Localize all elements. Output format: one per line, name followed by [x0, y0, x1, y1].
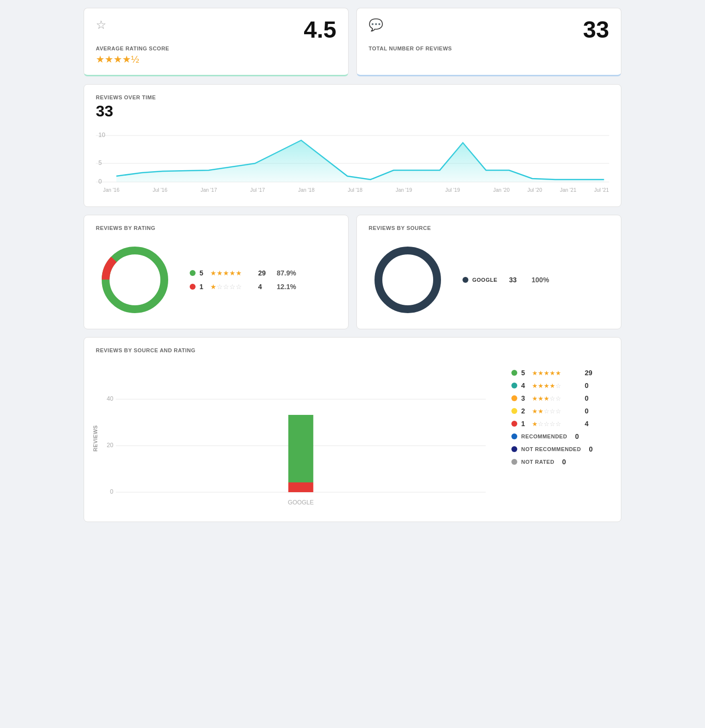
bar-legend-stars-4: ★★★★☆ [532, 382, 581, 389]
bar-legend-dot-5 [511, 370, 517, 376]
avg-rating-card: ☆ 4.5 AVERAGE RATING SCORE ★★★★½ [84, 8, 349, 76]
source-donut-svg [369, 241, 447, 319]
legend-pct-5: 87.9% [277, 269, 296, 277]
legend-count-5: 29 [258, 269, 273, 277]
svg-rect-27 [288, 415, 313, 482]
bar-legend-3: 3 ★★★☆☆ 0 [511, 394, 609, 402]
bar-legend-dot-4 [511, 383, 517, 388]
bar-legend: 5 ★★★★★ 29 4 ★★★★☆ 0 3 ★★★☆☆ 0 [511, 365, 609, 466]
bar-legend-stars-3: ★★★☆☆ [532, 395, 581, 402]
bar-legend-stars-1: ★☆☆☆☆ [532, 420, 581, 428]
bar-legend-count-3: 0 [585, 394, 589, 402]
svg-text:Jul '19: Jul '19 [445, 187, 460, 193]
legend-pct-google: 100% [531, 276, 549, 284]
svg-text:Jul '16: Jul '16 [153, 187, 167, 193]
source-legend-item-google: GOOGLE 33 100% [463, 276, 609, 284]
reviews-over-time-count: 33 [96, 102, 609, 120]
legend-stars-1: ★☆☆☆☆ [210, 283, 254, 291]
comment-icon: 💬 [369, 18, 383, 32]
bar-legend-count-1: 4 [585, 420, 589, 428]
svg-rect-28 [288, 482, 313, 492]
bar-legend-dot-3 [511, 395, 517, 401]
rating-legend: 5 ★★★★★ 29 87.9% 1 ★☆☆☆☆ 4 12.1% [190, 269, 336, 291]
legend-star-num-5: 5 [199, 269, 206, 277]
reviews-over-time-title: REVIEWS OVER TIME [96, 94, 609, 100]
avg-rating-value: 4.5 [304, 18, 336, 42]
bar-legend-not-rated: NOT RATED 0 [511, 458, 609, 466]
svg-text:20: 20 [107, 442, 113, 449]
svg-text:Jan '16: Jan '16 [103, 187, 120, 193]
avg-rating-stars: ★★★★½ [96, 53, 336, 65]
legend-star-num-1: 1 [199, 283, 206, 291]
bar-legend-dot-recommended [511, 433, 517, 439]
svg-text:0: 0 [98, 178, 102, 185]
reviews-by-source-card: REVIEWS BY SOURCE GOOGLE 33 100% [356, 215, 621, 329]
bar-legend-4: 4 ★★★★☆ 0 [511, 382, 609, 389]
svg-text:Jan '21: Jan '21 [560, 187, 576, 193]
legend-dot-google [463, 277, 468, 283]
rating-legend-item-1: 1 ★☆☆☆☆ 4 12.1% [190, 283, 336, 291]
bar-legend-dot-1 [511, 421, 517, 427]
legend-count-google: 33 [509, 276, 524, 284]
svg-text:Jul '20: Jul '20 [528, 187, 542, 193]
svg-point-18 [106, 250, 164, 309]
bar-legend-recommended: RECOMMENDED 0 [511, 432, 609, 440]
bar-legend-count-not-recommended: 0 [589, 445, 593, 453]
donut-source-content: GOOGLE 33 100% [369, 241, 609, 319]
bar-legend-count-2: 0 [585, 407, 589, 415]
bar-legend-starnum-5: 5 [521, 369, 528, 377]
svg-text:5: 5 [98, 159, 102, 166]
bar-legend-dot-2 [511, 408, 517, 414]
top-stats-row: ☆ 4.5 AVERAGE RATING SCORE ★★★★½ 💬 33 TO… [84, 8, 621, 76]
svg-text:Jan '17: Jan '17 [200, 187, 217, 193]
svg-text:10: 10 [98, 132, 105, 138]
donut-rating-content: 5 ★★★★★ 29 87.9% 1 ★☆☆☆☆ 4 12.1% [96, 241, 336, 319]
bar-legend-starnum-1: 1 [521, 420, 528, 428]
svg-text:Jul '17: Jul '17 [250, 187, 265, 193]
bar-legend-starnum-2: 2 [521, 407, 528, 415]
reviews-by-source-title: REVIEWS BY SOURCE [369, 225, 609, 231]
svg-text:Jan '20: Jan '20 [493, 187, 510, 193]
bar-legend-label-not-rated: NOT RATED [521, 459, 554, 465]
bar-legend-1: 1 ★☆☆☆☆ 4 [511, 420, 609, 428]
bar-legend-dot-not-recommended [511, 446, 517, 452]
legend-label-google: GOOGLE [472, 277, 497, 283]
rating-donut-svg [96, 241, 174, 319]
bar-legend-5: 5 ★★★★★ 29 [511, 369, 609, 377]
source-legend: GOOGLE 33 100% [463, 276, 609, 284]
star-icon: ☆ [96, 18, 107, 32]
y-axis-title: REVIEWS [92, 425, 98, 452]
svg-text:Jan '18: Jan '18 [298, 187, 315, 193]
bar-legend-stars-5: ★★★★★ [532, 369, 581, 377]
bar-legend-label-recommended: RECOMMENDED [521, 433, 567, 439]
bar-chart-area-wrapper: REVIEWS 40 20 0 [96, 365, 496, 512]
bar-legend-count-4: 0 [585, 382, 589, 389]
dashboard: ☆ 4.5 AVERAGE RATING SCORE ★★★★½ 💬 33 TO… [84, 8, 621, 522]
legend-pct-1: 12.1% [277, 283, 296, 291]
reviews-by-rating-title: REVIEWS BY RATING [96, 225, 336, 231]
bar-legend-count-5: 29 [585, 369, 593, 377]
total-reviews-label: TOTAL NUMBER OF REVIEWS [369, 46, 609, 51]
svg-point-20 [378, 250, 437, 309]
svg-text:40: 40 [107, 395, 113, 402]
bar-chart-svg: 40 20 0 GOOGLE [96, 365, 496, 512]
bar-legend-label-not-recommended: NOT RECOMMENDED [521, 446, 581, 452]
bar-legend-starnum-3: 3 [521, 394, 528, 402]
bar-section: REVIEWS 40 20 0 [96, 365, 609, 512]
legend-dot-5 [190, 270, 196, 276]
bar-legend-count-not-rated: 0 [562, 458, 566, 466]
donut-charts-row: REVIEWS BY RATING 5 ★★★★★ 29 [84, 215, 621, 329]
bar-chart-body: REVIEWS 40 20 0 [96, 365, 609, 512]
svg-text:Jul '18: Jul '18 [348, 187, 362, 193]
svg-text:0: 0 [110, 488, 113, 495]
bar-legend-dot-not-rated [511, 459, 517, 465]
line-chart: 10 5 0 Jan '16 Jul '1 [96, 128, 609, 197]
avg-rating-label: AVERAGE RATING SCORE [96, 46, 336, 51]
legend-stars-5: ★★★★★ [210, 269, 254, 277]
total-reviews-value: 33 [583, 18, 609, 42]
bar-legend-2: 2 ★★☆☆☆ 0 [511, 407, 609, 415]
bar-chart-title: REVIEWS BY SOURCE AND RATING [96, 347, 609, 353]
reviews-over-time-card: REVIEWS OVER TIME 33 10 5 0 [84, 84, 621, 207]
bar-legend-stars-2: ★★☆☆☆ [532, 408, 581, 415]
bar-legend-count-recommended: 0 [575, 432, 579, 440]
